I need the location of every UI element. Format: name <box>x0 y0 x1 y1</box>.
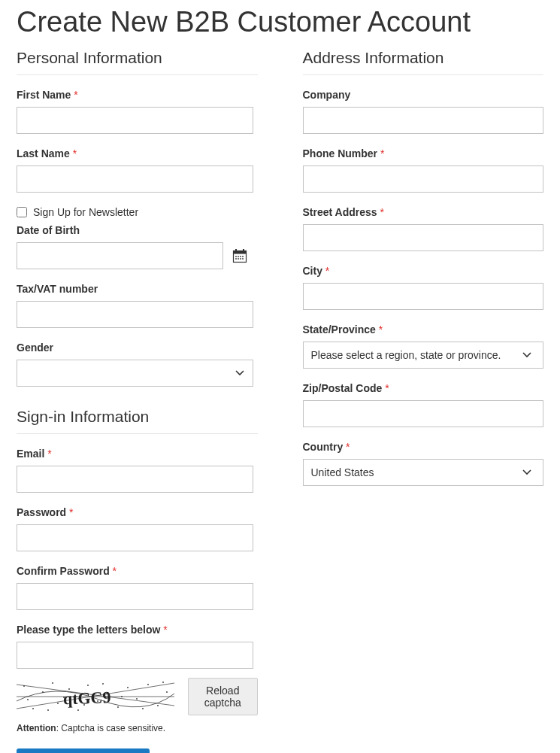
gender-select[interactable] <box>17 360 253 387</box>
personal-information-legend: Personal Information <box>17 49 258 75</box>
svg-point-4 <box>235 256 237 257</box>
svg-point-11 <box>242 258 244 260</box>
svg-point-17 <box>32 708 34 709</box>
svg-point-36 <box>102 683 104 685</box>
region-label: State/Province <box>303 323 544 336</box>
svg-point-37 <box>121 696 123 697</box>
captcha-field[interactable] <box>17 642 253 669</box>
email-label: Email <box>17 448 258 460</box>
newsletter-checkbox[interactable] <box>17 207 27 217</box>
company-field[interactable] <box>303 107 544 134</box>
dob-field[interactable] <box>17 242 223 269</box>
taxvat-label: Tax/VAT number <box>17 283 258 295</box>
country-label: Country <box>303 441 544 453</box>
svg-point-5 <box>238 256 239 257</box>
svg-point-6 <box>240 256 241 257</box>
svg-point-32 <box>27 699 29 700</box>
last-name-label: Last Name <box>17 147 258 159</box>
newsletter-label: Sign Up for Newsletter <box>33 206 138 218</box>
first-name-label: First Name <box>17 89 258 101</box>
city-label: City <box>303 265 544 277</box>
postcode-field[interactable] <box>303 400 544 427</box>
svg-point-7 <box>242 256 244 257</box>
email-field[interactable] <box>17 466 253 493</box>
address-information-legend: Address Information <box>303 49 544 75</box>
password-label: Password <box>17 506 258 518</box>
create-account-button[interactable]: Create an Account <box>17 748 150 753</box>
captcha-image: qtGC9 <box>17 679 174 715</box>
svg-point-9 <box>238 258 239 260</box>
svg-point-16 <box>23 685 25 687</box>
region-select[interactable]: Please select a region, state or provinc… <box>303 342 544 369</box>
attention-text: : Captcha is case sensitive. <box>56 723 165 733</box>
calendar-icon[interactable] <box>232 248 247 263</box>
svg-point-19 <box>52 682 53 684</box>
svg-point-18 <box>42 691 44 693</box>
signin-information-legend: Sign-in Information <box>17 408 258 434</box>
password-field[interactable] <box>17 524 253 551</box>
svg-rect-2 <box>235 249 237 252</box>
street-address-label: Street Address <box>303 206 544 218</box>
svg-point-29 <box>147 684 149 685</box>
svg-point-23 <box>87 685 89 686</box>
svg-point-22 <box>77 709 79 711</box>
svg-point-20 <box>57 703 59 704</box>
gender-label: Gender <box>17 342 258 354</box>
svg-rect-3 <box>243 249 244 252</box>
svg-point-31 <box>166 691 168 693</box>
country-select[interactable]: United States <box>303 459 544 486</box>
dob-label: Date of Birth <box>17 224 258 236</box>
confirm-password-field[interactable] <box>17 583 253 610</box>
phone-number-field[interactable] <box>303 165 544 193</box>
captcha-attention-note: Attention: Captcha is case sensitive. <box>17 723 258 733</box>
last-name-field[interactable] <box>17 165 253 193</box>
confirm-password-label: Confirm Password <box>17 565 258 577</box>
city-field[interactable] <box>303 283 544 310</box>
svg-point-38 <box>142 708 144 709</box>
reload-captcha-button[interactable]: Reload captcha <box>188 678 258 715</box>
svg-point-10 <box>240 258 241 260</box>
svg-point-27 <box>127 687 129 688</box>
svg-point-8 <box>235 258 237 260</box>
svg-point-30 <box>157 705 159 706</box>
svg-point-26 <box>117 706 119 708</box>
phone-number-label: Phone Number <box>303 147 544 159</box>
postcode-label: Zip/Postal Code <box>303 382 544 394</box>
street-address-field[interactable] <box>303 224 544 251</box>
page-title: Create New B2B Customer Account <box>17 6 552 38</box>
attention-prefix: Attention <box>17 723 56 733</box>
company-label: Company <box>303 89 544 101</box>
svg-point-28 <box>136 698 138 700</box>
svg-point-33 <box>47 709 49 711</box>
captcha-label: Please type the letters below <box>17 624 258 636</box>
first-name-field[interactable] <box>17 107 253 134</box>
svg-text:qtGC9: qtGC9 <box>62 688 110 708</box>
taxvat-field[interactable] <box>17 301 253 328</box>
svg-point-39 <box>162 682 164 683</box>
